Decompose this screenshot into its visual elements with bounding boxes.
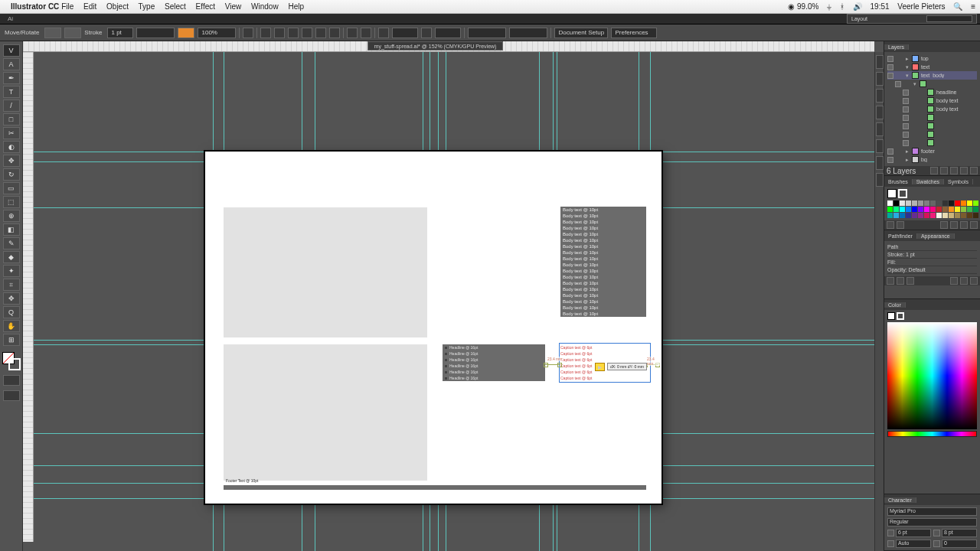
align-right-icon[interactable] — [288, 28, 299, 38]
kerning-field[interactable]: Auto — [896, 540, 931, 548]
menu-view[interactable]: View — [225, 2, 242, 11]
disclosure-icon[interactable]: ▾ — [904, 73, 910, 79]
visibility-toggle-icon[interactable] — [895, 81, 901, 87]
locate-object-icon[interactable] — [930, 167, 938, 174]
lock-toggle-icon[interactable] — [896, 157, 902, 163]
swatch[interactable] — [918, 201, 923, 206]
duplicate-item-icon[interactable] — [960, 277, 968, 285]
pathfinder-tab[interactable]: Pathfinder — [884, 233, 917, 239]
volume-icon[interactable]: 🔊 — [853, 2, 862, 11]
width-tool[interactable]: ↻ — [3, 168, 20, 181]
recolor-icon[interactable] — [243, 28, 253, 38]
align-top-icon[interactable] — [302, 28, 312, 38]
bluetooth-icon[interactable]: ᚼ — [840, 2, 844, 11]
collapsed-panel-icon[interactable] — [876, 173, 884, 187]
lock-toggle-icon[interactable] — [911, 90, 917, 96]
layers-tab[interactable]: Layers — [884, 44, 909, 50]
lock-toggle-icon[interactable] — [896, 64, 902, 70]
swatch[interactable] — [900, 201, 905, 206]
collapsed-panel-icon[interactable] — [876, 89, 884, 103]
line-tool[interactable]: / — [3, 99, 20, 112]
swatch[interactable] — [942, 213, 948, 218]
visibility-toggle-icon[interactable] — [903, 132, 909, 138]
menu-object[interactable]: Object — [106, 2, 129, 11]
column-graph-tool[interactable]: ✥ — [3, 292, 20, 305]
make-clipping-mask-icon[interactable] — [940, 167, 948, 174]
layer-row[interactable]: ▾ text_body — [887, 71, 977, 80]
lock-toggle-icon[interactable] — [911, 98, 917, 104]
visibility-toggle-icon[interactable] — [887, 56, 893, 62]
distribute-h-icon[interactable] — [347, 28, 358, 38]
swatch[interactable] — [936, 201, 942, 206]
layer-row[interactable] — [887, 113, 977, 122]
wifi-icon[interactable]: ⏚ — [827, 2, 831, 11]
swatch[interactable] — [912, 213, 917, 218]
lock-toggle-icon[interactable] — [903, 81, 910, 87]
layer-name[interactable]: footer — [921, 148, 977, 154]
mesh-tool[interactable]: ◧ — [3, 223, 20, 236]
scissors-tool[interactable]: ✂ — [3, 127, 20, 139]
layer-name[interactable]: headline — [936, 90, 977, 95]
layer-name[interactable]: bg — [921, 157, 977, 162]
selection-tool[interactable]: V — [3, 44, 20, 57]
layer-row[interactable]: body text — [887, 105, 977, 113]
visibility-toggle-icon[interactable] — [887, 148, 893, 155]
visibility-toggle-icon[interactable] — [903, 115, 909, 121]
footer-block[interactable]: Footer Text @ 10pt — [224, 485, 646, 490]
appearance-row[interactable]: Fill: — [887, 259, 977, 266]
x-field[interactable] — [392, 28, 418, 38]
type-tool[interactable]: T — [3, 86, 20, 98]
document-tab[interactable]: my_stuff-spread.ai* @ 152% (CMYK/GPU Pre… — [368, 41, 504, 51]
fill-preview[interactable] — [887, 189, 897, 198]
swatch[interactable] — [973, 201, 978, 206]
disclosure-icon[interactable]: ▾ — [904, 64, 910, 70]
font-family-field[interactable]: Myriad Pro — [887, 507, 977, 516]
appearance-row[interactable]: Path — [887, 243, 977, 251]
lock-toggle-icon[interactable] — [896, 73, 902, 79]
swatch[interactable] — [967, 213, 972, 218]
swatch-libraries-icon[interactable] — [887, 221, 894, 229]
swatch[interactable] — [930, 207, 936, 212]
new-swatch-icon[interactable] — [960, 221, 968, 229]
hue-strip[interactable] — [887, 431, 977, 437]
font-style-field[interactable]: Regular — [887, 518, 977, 527]
layer-row[interactable]: ▸ top — [887, 54, 977, 63]
distribute-v-icon[interactable] — [361, 28, 371, 38]
user-name[interactable]: Veerle Pieters — [897, 2, 945, 11]
brush-definition-field[interactable] — [136, 28, 175, 38]
menu-effect[interactable]: Effect — [196, 2, 215, 11]
workspace-switcher[interactable]: Layout — [847, 14, 977, 24]
spotlight-icon[interactable]: 🔍 — [953, 2, 962, 11]
swatch[interactable] — [961, 201, 966, 206]
color-fill-icon[interactable] — [887, 312, 895, 320]
pen-tool[interactable]: ✒ — [3, 72, 20, 84]
lock-toggle-icon[interactable] — [911, 106, 917, 112]
preferences-button[interactable]: Preferences — [611, 28, 657, 38]
swatch[interactable] — [912, 201, 917, 206]
image-placeholder[interactable] — [224, 344, 427, 481]
collapsed-panel-icon[interactable] — [876, 156, 884, 170]
cc-status-icon[interactable]: ◉ 99.0% — [788, 2, 818, 11]
add-fill-icon[interactable] — [897, 277, 904, 285]
swatch-grid[interactable] — [887, 201, 977, 218]
brushes-tab[interactable]: Brushes — [884, 179, 913, 184]
swatch[interactable] — [893, 207, 899, 212]
swatch[interactable] — [918, 207, 923, 212]
clear-appearance-icon[interactable] — [950, 277, 958, 285]
layer-name[interactable]: body text — [936, 106, 977, 112]
swatch[interactable] — [973, 213, 978, 218]
h-field[interactable] — [509, 28, 547, 38]
visibility-toggle-icon[interactable] — [887, 64, 893, 70]
delete-swatch-icon[interactable] — [970, 221, 978, 229]
transform-x-icon[interactable] — [378, 28, 389, 38]
perspective-tool[interactable]: ⊕ — [3, 210, 20, 222]
swatch[interactable] — [887, 213, 893, 218]
search-help-input[interactable] — [926, 15, 972, 22]
ruler-vertical[interactable] — [23, 52, 34, 542]
layer-row[interactable]: ▸ footer — [887, 147, 977, 155]
new-sublayer-icon[interactable] — [950, 167, 958, 174]
swatch[interactable] — [906, 201, 911, 206]
swatch[interactable] — [955, 207, 960, 212]
gradient-tool[interactable]: ✎ — [3, 237, 20, 249]
character-tab[interactable]: Character — [884, 497, 916, 503]
